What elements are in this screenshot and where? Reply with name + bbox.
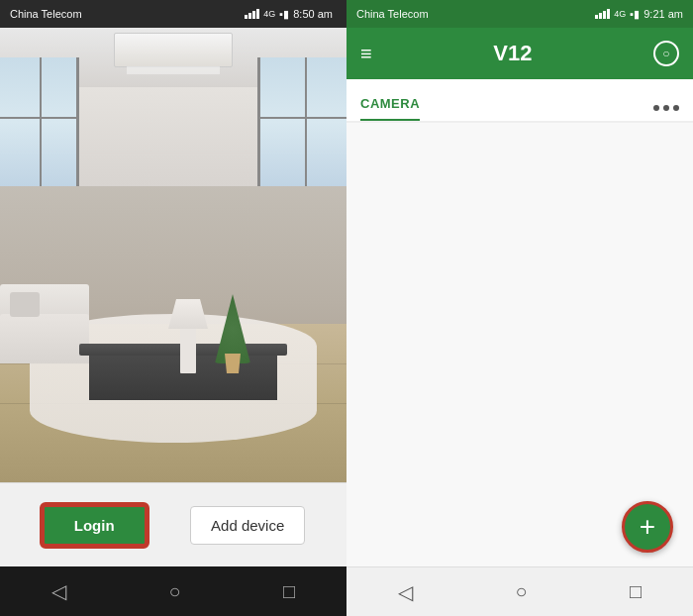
status-icons-right: 4G ▪▮ 9:21 am — [595, 8, 683, 21]
room-image — [0, 28, 346, 482]
tabs-dots[interactable] — [653, 105, 679, 121]
login-button[interactable]: Login — [42, 504, 148, 547]
status-icons-left: 4G ▪▮ 8:50 am — [245, 8, 337, 21]
plus-icon: + — [640, 511, 655, 543]
network-icon-right: 4G — [614, 9, 626, 19]
app-title: V12 — [493, 41, 532, 66]
dot-3 — [673, 105, 679, 111]
carrier-right: China Telecom — [356, 8, 429, 20]
menu-icon[interactable]: ≡ — [360, 43, 372, 65]
sofa-left — [0, 284, 89, 363]
nav-bar-left: ◁ ○ □ — [0, 566, 346, 616]
signal-icon-right — [595, 9, 610, 19]
battery-icon-left: ▪▮ — [279, 8, 289, 21]
time-right: 9:21 am — [644, 8, 683, 20]
add-device-button[interactable]: Add device — [190, 506, 305, 545]
main-content — [346, 123, 693, 487]
dot-1 — [653, 105, 659, 111]
tabs-bar: CAMERA — [346, 79, 693, 123]
ceiling-light — [114, 33, 233, 67]
back-wall — [79, 87, 257, 186]
recent-button-right[interactable]: □ — [630, 580, 642, 603]
time-left: 8:50 am — [293, 8, 333, 20]
home-button-right[interactable]: ○ — [515, 580, 527, 603]
network-icon-left: 4G — [263, 9, 275, 19]
nav-bar-right: ◁ ○ □ — [346, 566, 693, 616]
chat-icon[interactable]: ○ — [653, 41, 679, 66]
phone-right: China Telecom 4G ▪▮ 9:21 am ≡ V12 ○ CAME… — [346, 0, 693, 616]
add-camera-fab[interactable]: + — [622, 501, 673, 553]
window-right — [257, 57, 346, 186]
battery-icon-right: ▪▮ — [630, 8, 640, 21]
recent-button-left[interactable]: □ — [283, 580, 295, 603]
signal-icon-left — [245, 9, 259, 19]
status-bar-right: China Telecom 4G ▪▮ 9:21 am — [346, 0, 693, 28]
home-button-left[interactable]: ○ — [168, 580, 180, 603]
bottom-bar-left: Login Add device — [0, 482, 346, 566]
back-button-right[interactable]: ◁ — [398, 580, 413, 604]
app-header: ≡ V12 ○ — [346, 28, 693, 79]
dot-2 — [663, 105, 669, 111]
carrier-left: China Telecom — [10, 8, 82, 20]
window-left — [0, 57, 79, 186]
plant — [218, 314, 248, 373]
fab-area: + — [346, 487, 693, 566]
lamp — [168, 299, 208, 373]
tab-camera[interactable]: CAMERA — [360, 96, 420, 121]
status-bar-left: China Telecom 4G ▪▮ 8:50 am — [0, 0, 346, 28]
back-button-left[interactable]: ◁ — [51, 579, 66, 603]
phone-left: China Telecom 4G ▪▮ 8:50 am — [0, 0, 346, 616]
